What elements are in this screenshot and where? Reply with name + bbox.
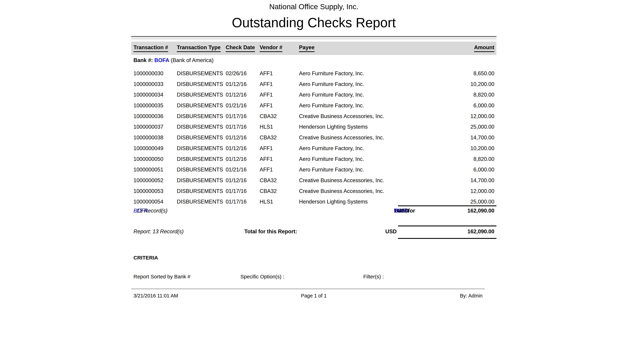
company-name: National Office Supply, Inc. bbox=[131, 2, 496, 11]
cell-vendor-number: CBA32 bbox=[260, 111, 277, 122]
table-body: 1000000030 DISBURSEMENTS 02/26/16 AFF1 A… bbox=[131, 68, 496, 207]
report-total-label: Total for this Report: bbox=[244, 228, 297, 235]
cell-amount: 10,200.00 bbox=[470, 79, 494, 90]
cell-transaction-number: 1000000054 bbox=[133, 196, 163, 207]
criteria-specific-options: Specific Option(s) : bbox=[240, 274, 284, 280]
cell-payee: Henderson Lighting Systems bbox=[299, 122, 368, 132]
cell-check-date: 01/12/16 bbox=[226, 154, 247, 164]
cell-transaction-type: DISBURSEMENTS bbox=[177, 89, 223, 100]
bank-name: (Bank of America) bbox=[171, 57, 213, 63]
cell-payee: Aero Furniture Factory, Inc. bbox=[299, 89, 364, 100]
criteria-filters: Filter(s) : bbox=[363, 274, 384, 280]
cell-transaction-type: DISBURSEMENTS bbox=[177, 68, 223, 79]
cell-payee: Aero Furniture Factory, Inc. bbox=[299, 164, 364, 175]
table-row: 1000000037 DISBURSEMENTS 01/17/16 HLS1 H… bbox=[131, 122, 496, 132]
cell-transaction-type: DISBURSEMENTS bbox=[177, 111, 223, 122]
cell-payee: Creative Business Accessories, Inc. bbox=[299, 186, 384, 197]
criteria-heading: CRITERIA bbox=[133, 255, 158, 261]
bank-code: BOFA bbox=[155, 57, 169, 63]
cell-transaction-type: DISBURSEMENTS bbox=[177, 143, 223, 154]
bank-total-row: BOFA: 13 Record(s) Total for BOFA: USD 1… bbox=[131, 207, 496, 214]
column-header-amount: Amount bbox=[474, 44, 494, 52]
table-header-row: Transaction # Transaction Type Check Dat… bbox=[131, 42, 496, 55]
cell-vendor-number: CBA32 bbox=[260, 175, 277, 186]
report-record-count: Report: 13 Record(s) bbox=[133, 228, 183, 235]
cell-payee: Aero Furniture Factory, Inc. bbox=[299, 68, 364, 79]
cell-payee: Creative Business Accessories, Inc. bbox=[299, 111, 384, 122]
report-total-amount: 162,090.00 bbox=[468, 228, 494, 235]
cell-amount: 8,820.00 bbox=[473, 154, 494, 164]
cell-transaction-type: DISBURSEMENTS bbox=[177, 122, 223, 132]
cell-transaction-number: 1000000049 bbox=[133, 143, 163, 154]
cell-vendor-number: AFF1 bbox=[260, 164, 273, 175]
table-row: 1000000049 DISBURSEMENTS 01/12/16 AFF1 A… bbox=[131, 143, 496, 154]
cell-transaction-type: DISBURSEMENTS bbox=[177, 196, 223, 207]
table-row: 1000000034 DISBURSEMENTS 01/12/16 AFF1 A… bbox=[131, 89, 496, 100]
cell-check-date: 01/12/16 bbox=[226, 79, 247, 90]
column-header-vendor-number: Vendor # bbox=[260, 44, 282, 52]
cell-check-date: 01/12/16 bbox=[226, 143, 247, 154]
table-row: 1000000051 DISBURSEMENTS 01/21/16 AFF1 A… bbox=[131, 164, 496, 175]
cell-amount: 10,200.00 bbox=[470, 143, 494, 154]
report-total-rule-top bbox=[398, 226, 496, 226]
report-page: National Office Supply, Inc. Outstanding… bbox=[131, 0, 496, 364]
cell-transaction-type: DISBURSEMENTS bbox=[177, 154, 223, 164]
cell-vendor-number: CBA32 bbox=[260, 132, 277, 143]
table-row: 1000000030 DISBURSEMENTS 02/26/16 AFF1 A… bbox=[131, 68, 496, 79]
cell-transaction-type: DISBURSEMENTS bbox=[177, 79, 223, 90]
cell-transaction-type: DISBURSEMENTS bbox=[177, 175, 223, 186]
cell-payee: Creative Business Accessories, Inc. bbox=[299, 175, 384, 186]
cell-vendor-number: HLS1 bbox=[260, 196, 273, 207]
cell-vendor-number: AFF1 bbox=[260, 89, 273, 100]
cell-transaction-number: 1000000053 bbox=[133, 186, 163, 197]
criteria-sorted-by: Report Sorted by Bank # bbox=[133, 274, 190, 280]
report-total-rule-bottom bbox=[398, 238, 496, 239]
cell-payee: Aero Furniture Factory, Inc. bbox=[299, 154, 364, 164]
cell-transaction-type: DISBURSEMENTS bbox=[177, 132, 223, 143]
cell-payee: Aero Furniture Factory, Inc. bbox=[299, 100, 364, 111]
cell-check-date: 01/12/16 bbox=[226, 175, 247, 186]
table-row: 1000000053 DISBURSEMENTS 01/17/16 CBA32 … bbox=[131, 186, 496, 197]
cell-transaction-number: 1000000036 bbox=[133, 111, 163, 122]
bank-total-rule bbox=[398, 206, 496, 206]
footer-generated-by: By: Admin bbox=[460, 293, 483, 299]
cell-check-date: 02/26/16 bbox=[226, 68, 247, 79]
title-divider-dark bbox=[131, 36, 496, 37]
column-header-transaction-type: Transaction Type bbox=[177, 44, 221, 52]
cell-transaction-number: 1000000030 bbox=[133, 68, 163, 79]
footer-page-number: Page 1 of 1 bbox=[131, 293, 496, 299]
cell-amount: 8,820.00 bbox=[473, 89, 494, 100]
column-header-check-date: Check Date bbox=[226, 44, 255, 52]
bank-group-header: Bank #: BOFA (Bank of America) bbox=[133, 57, 213, 64]
report-total-row: Report: 13 Record(s) Total for this Repo… bbox=[131, 228, 496, 235]
cell-transaction-number: 1000000052 bbox=[133, 175, 163, 186]
cell-check-date: 01/21/16 bbox=[226, 164, 247, 175]
cell-check-date: 01/21/16 bbox=[226, 100, 247, 111]
cell-amount: 12,000.00 bbox=[470, 111, 494, 122]
column-header-transaction-number: Transaction # bbox=[133, 44, 168, 52]
column-header-payee: Payee bbox=[299, 44, 314, 52]
report-total-currency: USD bbox=[385, 228, 397, 235]
cell-vendor-number: AFF1 bbox=[260, 79, 273, 90]
cell-payee: Aero Furniture Factory, Inc. bbox=[299, 143, 364, 154]
cell-check-date: 01/12/16 bbox=[226, 89, 247, 100]
footer-divider bbox=[131, 288, 485, 289]
footer-row: 3/21/2016 11:01 AM Page 1 of 1 By: Admin bbox=[131, 293, 496, 299]
cell-payee: Aero Furniture Factory, Inc. bbox=[299, 79, 364, 90]
page-title: Outstanding Checks Report bbox=[131, 15, 496, 30]
cell-vendor-number: AFF1 bbox=[260, 154, 273, 164]
cell-transaction-number: 1000000033 bbox=[133, 79, 163, 90]
bank-label: Bank #: bbox=[133, 57, 153, 63]
cell-amount: 6,000.00 bbox=[473, 100, 494, 111]
criteria-row: Report Sorted by Bank # Specific Option(… bbox=[131, 274, 496, 280]
cell-transaction-number: 1000000034 bbox=[133, 89, 163, 100]
table-row: 1000000036 DISBURSEMENTS 01/17/16 CBA32 … bbox=[131, 111, 496, 122]
cell-transaction-number: 1000000035 bbox=[133, 100, 163, 111]
cell-vendor-number: HLS1 bbox=[260, 122, 273, 132]
cell-transaction-type: DISBURSEMENTS bbox=[177, 186, 223, 197]
table-row: 1000000052 DISBURSEMENTS 01/12/16 CBA32 … bbox=[131, 175, 496, 186]
cell-transaction-type: DISBURSEMENTS bbox=[177, 164, 223, 175]
cell-vendor-number: CBA32 bbox=[260, 186, 277, 197]
cell-amount: 14,700.00 bbox=[470, 132, 494, 143]
cell-check-date: 01/17/16 bbox=[226, 186, 247, 197]
